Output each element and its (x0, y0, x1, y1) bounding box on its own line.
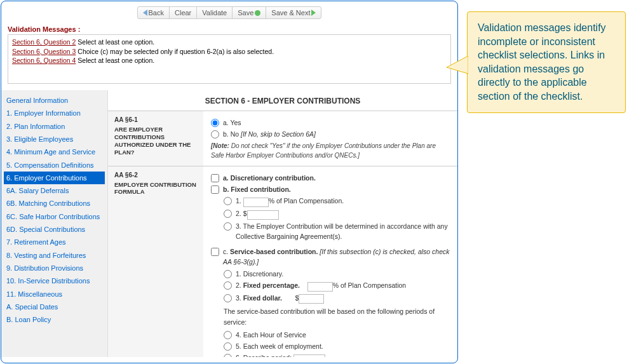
opt-bold: Service-based contribution. (230, 248, 318, 255)
option-label: 1. % of Plan Compensation. (236, 196, 344, 207)
save-indicator-icon (255, 10, 260, 16)
sidebar-item[interactable]: 9. Distribution Provisions (4, 262, 105, 274)
validation-text: Select at least one option. (78, 38, 154, 46)
option-label: 2. $ (236, 208, 279, 220)
question-row-2: AA §6-2 EMPLOYER CONTRIBUTION FORMULA a.… (108, 166, 457, 357)
sidebar-item[interactable]: 11. Miscellaneous (4, 288, 105, 300)
option-label: 2. Fixed percentage. % of Plan Compensat… (236, 280, 406, 292)
section-title: SECTION 6 - EMPLOYER CONTRIBUTIONS (108, 90, 457, 111)
note-text: Do not check "Yes" if the only Employer … (211, 142, 436, 159)
question-body: a. Yes b. No [If No, skip to Section 6A]… (203, 111, 457, 166)
sidebar-item-active[interactable]: 6. Employer Contributions (4, 172, 105, 184)
option-c: c. Service-based contribution. [If this … (211, 246, 450, 267)
clear-button[interactable]: Clear (170, 7, 197, 18)
opt-text: 1. (236, 197, 243, 205)
validation-box: Section 6, Question 2 Select at least on… (8, 34, 451, 84)
save-label: Save (238, 9, 253, 17)
validation-msg: Section 6, Question 2 Select at least on… (12, 37, 447, 47)
question-title: EMPLOYER CONTRIBUTION FORMULA (114, 181, 197, 196)
sidebar-item[interactable]: 8. Vesting and Forfeitures (4, 249, 105, 262)
radio-yes[interactable] (211, 119, 219, 127)
app-frame: Back Clear Validate Save Save & Next Val… (1, 1, 458, 363)
radio-c5[interactable] (224, 342, 232, 351)
option-label: 3. Fixed dollar. $ (236, 293, 324, 304)
check-c[interactable] (211, 248, 219, 256)
pct-input[interactable] (307, 282, 333, 292)
sidebar-item[interactable]: B. Loan Policy (4, 313, 105, 326)
radio-c4[interactable] (224, 331, 232, 339)
option-b1: 1. % of Plan Compensation. (224, 196, 450, 207)
back-button[interactable]: Back (138, 7, 170, 18)
validation-link[interactable]: Section 6, Question 4 (12, 57, 76, 64)
sidebar-item[interactable]: 6B. Matching Contributions (4, 197, 105, 210)
option-label: 5. Each week of employment. (236, 341, 323, 351)
pct-input[interactable] (243, 198, 269, 207)
sidebar-item[interactable]: 7. Retirement Ages (4, 236, 105, 248)
sidebar-item[interactable]: 10. In-Service Distributions (4, 274, 105, 287)
callout: Validation messages identify incomplete … (467, 11, 626, 113)
sidebar-item[interactable]: 6D. Special Contributions (4, 223, 105, 236)
option-yes: a. Yes (211, 118, 450, 128)
check-a[interactable] (211, 174, 219, 182)
option-b: b. Fixed contribution. (211, 184, 450, 194)
opt-text: 1. Discretionary. (236, 270, 283, 278)
question-title: ARE EMPLOYER CONTRIBUTIONS AUTHORIZED UN… (114, 126, 197, 156)
period-input[interactable] (293, 354, 325, 357)
sidebar-item[interactable]: 1. Employer Information (4, 107, 105, 119)
question-body: a. Discretionary contribution. b. Fixed … (203, 166, 457, 357)
radio-c3[interactable] (224, 294, 232, 302)
sidebar-item[interactable]: 5. Compensation Definitions (4, 159, 105, 172)
sidebar-item[interactable]: 3. Eligible Employees (4, 133, 105, 145)
main-panel: SECTION 6 - EMPLOYER CONTRIBUTIONS AA §6… (108, 90, 457, 357)
sidebar-item[interactable]: 2. Plan Information (4, 120, 105, 133)
sidebar-item[interactable]: General Information (4, 94, 105, 107)
question-header: AA §6-2 EMPLOYER CONTRIBUTION FORMULA (108, 166, 203, 357)
option-label: 3. The Employer Contribution will be det… (236, 221, 450, 242)
option-b2: 2. $ (224, 208, 450, 220)
opt-text: 2. $ (236, 210, 247, 217)
sidebar-item[interactable]: 6C. Safe Harbor Contributions (4, 210, 105, 223)
save-button[interactable]: Save (233, 7, 266, 18)
dollar-input[interactable] (247, 210, 279, 220)
question-note: [Note: Do not check "Yes" if the only Em… (211, 141, 450, 161)
check-b[interactable] (211, 185, 219, 194)
opt-text: 2. (236, 281, 243, 289)
back-arrow-icon (143, 10, 147, 16)
sidebar: General Information 1. Employer Informat… (1, 90, 108, 357)
sidebar-item[interactable]: 4. Minimum Age and Service (4, 145, 105, 158)
option-label: a. Yes (223, 118, 241, 128)
option-label: c. Service-based contribution. [If this … (223, 246, 450, 267)
validation-text: Select at least one option. (78, 57, 154, 64)
callout-tail-icon (447, 56, 468, 76)
validation-link[interactable]: Section 6, Question 2 (12, 38, 76, 46)
option-c6: 6. Describe period: (224, 353, 450, 357)
option-c5: 5. Each week of employment. (224, 341, 450, 351)
option-b3: 3. The Employer Contribution will be det… (224, 221, 450, 242)
radio-b3[interactable] (224, 222, 232, 231)
option-no: b. No [If No, skip to Section 6A] (211, 129, 450, 139)
option-c3: 3. Fixed dollar. $ (224, 293, 450, 304)
validation-link[interactable]: Section 6, Question 3 (12, 48, 76, 55)
save-next-button[interactable]: Save & Next (266, 7, 321, 18)
opt-text: c. (223, 248, 230, 255)
radio-b1[interactable] (224, 197, 232, 205)
radio-no[interactable] (211, 130, 219, 138)
opt-text: b. No (223, 130, 241, 138)
radio-b2[interactable] (224, 210, 232, 218)
callout-box: Validation messages identify incomplete … (467, 11, 626, 113)
validate-button[interactable]: Validate (197, 7, 233, 18)
validation-title: Validation Messages : (8, 25, 451, 33)
sidebar-item[interactable]: 6A. Salary Deferrals (4, 184, 105, 197)
callout-text: Validation messages identify incomplete … (478, 22, 606, 102)
radio-c2[interactable] (224, 281, 232, 290)
option-c2: 2. Fixed percentage. % of Plan Compensat… (224, 280, 450, 292)
validation-msg: Section 6, Question 4 Select at least on… (12, 56, 447, 65)
option-c1: 1. Discretionary. (224, 269, 450, 279)
next-arrow-icon (311, 10, 316, 16)
sidebar-item[interactable]: A. Special Dates (4, 300, 105, 313)
dollar-input[interactable] (299, 294, 324, 304)
svg-marker-0 (447, 56, 468, 74)
radio-c1[interactable] (224, 270, 232, 278)
radio-c6[interactable] (224, 354, 232, 357)
opt-bold: Fixed percentage. (243, 281, 300, 289)
